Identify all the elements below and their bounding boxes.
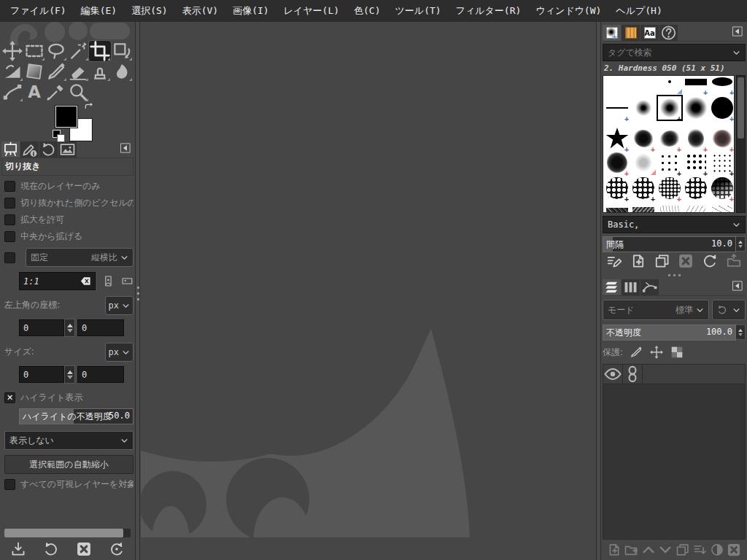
brush-thumbnail[interactable] — [709, 201, 735, 213]
fixed-checkbox[interactable] — [4, 252, 15, 263]
foreground-color-swatch[interactable] — [55, 106, 77, 128]
refresh-brushes-button[interactable] — [702, 253, 718, 269]
brush-thumbnail[interactable] — [604, 201, 630, 213]
menu-item[interactable]: レイヤー(L) — [276, 0, 347, 22]
brush-thumbnail[interactable]: + — [604, 125, 630, 152]
size-unit-combo[interactable]: px — [105, 343, 133, 362]
tool-smudge[interactable] — [111, 61, 133, 82]
size-height-input[interactable] — [77, 366, 124, 383]
link-chain-icon[interactable] — [623, 365, 643, 384]
tool-rectangle-select[interactable] — [23, 41, 45, 61]
brush-thumbnail[interactable]: + — [657, 175, 683, 201]
tool-bucket-fill[interactable] — [1, 61, 23, 82]
menu-item[interactable]: 画像(I) — [225, 0, 276, 22]
canvas-area[interactable] — [140, 22, 597, 560]
brush-thumbnail[interactable]: + — [630, 125, 657, 152]
brush-group-combo[interactable]: Basic, — [603, 216, 746, 233]
tab-images[interactable] — [58, 141, 77, 158]
brush-thumbnail[interactable]: + — [604, 175, 630, 201]
tool-color-picker[interactable] — [45, 82, 67, 102]
dock-splitter-handle[interactable] — [603, 272, 746, 278]
tab-device-status[interactable] — [20, 141, 39, 158]
brush-tag-search[interactable]: タグで検索 — [603, 44, 746, 61]
brush-thumbnail[interactable] — [683, 175, 709, 201]
lock-alpha-icon[interactable] — [670, 346, 684, 359]
layer-opacity-slider[interactable]: 不透明度 100.0 — [603, 324, 736, 341]
brush-grid[interactable]: ++++++++++++++++++ — [603, 75, 735, 213]
swap-colors-icon[interactable] — [83, 102, 94, 113]
position-x-input[interactable] — [19, 319, 64, 336]
new-brush-button[interactable] — [630, 253, 646, 269]
brush-scrollbar[interactable] — [736, 75, 746, 213]
size-spinner[interactable] — [64, 365, 75, 384]
delete-brush-button[interactable] — [678, 253, 694, 269]
save-settings-button[interactable] — [10, 541, 26, 557]
brush-thumbnail[interactable] — [683, 201, 709, 213]
menu-item[interactable]: 編集(E) — [74, 0, 124, 22]
checkbox[interactable] — [4, 214, 15, 225]
brush-thumbnail[interactable]: + — [709, 175, 735, 201]
fg-bg-color-widget[interactable] — [51, 102, 96, 147]
raise-layer-button[interactable] — [641, 542, 656, 557]
brush-thumbnail[interactable]: + — [604, 95, 630, 121]
checkbox[interactable] — [4, 198, 15, 209]
menu-item[interactable]: ファイル(F) — [3, 0, 74, 22]
brush-thumbnail[interactable] — [630, 95, 657, 121]
tool-eraser[interactable] — [67, 61, 89, 82]
menu-item[interactable]: 選択(S) — [124, 0, 174, 22]
checkbox[interactable] — [4, 231, 15, 242]
size-width-input[interactable] — [19, 366, 64, 383]
collapse-dock-icon[interactable] — [732, 26, 743, 36]
merge-layer-button[interactable] — [692, 542, 707, 557]
left-splitter[interactable] — [135, 22, 140, 560]
duplicate-layer-button[interactable] — [676, 542, 690, 557]
brush-thumbnail[interactable]: + — [657, 125, 683, 152]
tab-brushes[interactable] — [603, 25, 621, 41]
tab-fonts[interactable]: Aa — [640, 25, 659, 41]
brush-thumbnail[interactable]: + — [709, 75, 735, 95]
clear-entry-icon[interactable] — [80, 276, 91, 287]
tool-unified-transform[interactable] — [111, 41, 133, 61]
menu-item[interactable]: ウィンドウ(W) — [528, 0, 608, 22]
brush-thumbnail[interactable]: + — [709, 149, 735, 176]
add-layer-mask-button[interactable] — [710, 542, 724, 557]
tool-paths[interactable] — [1, 82, 23, 102]
spacing-spinner[interactable] — [736, 236, 746, 252]
tab-paths[interactable] — [640, 279, 659, 295]
position-y-input[interactable] — [77, 319, 124, 336]
open-brush-as-image-button[interactable] — [726, 253, 742, 269]
highlight-opacity-slider[interactable]: ハイライトの不透明度 50.0 — [19, 408, 133, 424]
lock-pixels-icon[interactable] — [629, 346, 643, 359]
tool-move[interactable] — [1, 41, 23, 61]
tool-options-hscrollbar[interactable] — [4, 529, 131, 537]
tab-undo-history[interactable] — [39, 141, 58, 158]
menu-item[interactable]: ヘルプ(H) — [608, 0, 669, 22]
tab-help[interactable] — [659, 25, 678, 41]
tab-patterns[interactable] — [622, 25, 640, 41]
menu-item[interactable]: 表示(V) — [175, 0, 225, 22]
brush-thumbnail[interactable]: + — [604, 149, 630, 176]
landscape-orientation-button[interactable] — [121, 275, 133, 287]
brush-thumbnail[interactable]: + — [657, 95, 683, 121]
brush-thumbnail[interactable]: + — [709, 95, 735, 121]
new-layer-button[interactable] — [607, 542, 622, 557]
tool-clone[interactable] — [89, 61, 111, 82]
brush-thumbnail[interactable]: + — [683, 125, 709, 152]
menu-item[interactable]: 色(C) — [347, 0, 387, 22]
brush-thumbnail[interactable]: + — [657, 149, 683, 176]
visibility-eye-icon[interactable] — [603, 365, 623, 384]
guides-combo[interactable]: 表示しない — [4, 431, 133, 450]
default-colors-icon[interactable] — [53, 130, 64, 141]
tab-channels[interactable] — [622, 279, 640, 295]
menu-item[interactable]: ツール(T) — [388, 0, 449, 22]
mode-switch-button[interactable] — [712, 300, 746, 320]
checkbox[interactable] — [4, 181, 15, 192]
tool-text[interactable]: A — [23, 82, 45, 102]
auto-shrink-button[interactable]: 選択範囲の自動縮小 — [4, 455, 133, 474]
layer-mode-combo[interactable]: モード 標準 — [603, 300, 709, 320]
tool-free-select[interactable] — [45, 41, 67, 61]
tool-fuzzy-select[interactable] — [67, 41, 89, 61]
layer-list[interactable] — [603, 364, 746, 540]
collapse-dock-icon[interactable] — [120, 143, 131, 153]
brush-thumbnail[interactable] — [630, 149, 657, 176]
